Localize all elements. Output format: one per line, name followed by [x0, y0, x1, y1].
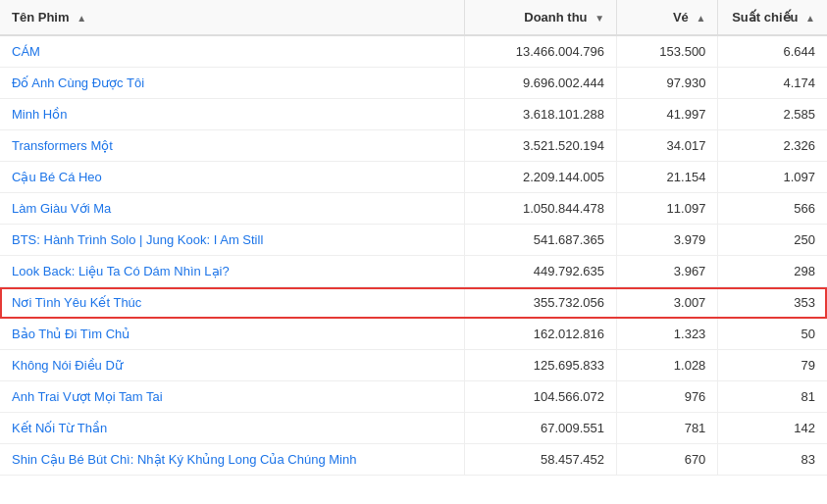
shows-cell: 79	[718, 350, 827, 381]
col-header-revenue[interactable]: Doanh thu ▼	[465, 0, 617, 35]
shows-cell: 83	[718, 444, 827, 476]
shows-cell: 142	[718, 413, 827, 444]
shows-cell: 2.326	[718, 130, 827, 162]
revenue-cell: 3.521.520.194	[465, 130, 617, 162]
col-header-shows[interactable]: Suất chiếu ▲	[718, 0, 827, 35]
movie-name-link[interactable]: Anh Trai Vượt Mọi Tam Tai	[12, 389, 163, 404]
table-row: Không Nói Điều Dữ125.695.8331.02879	[0, 350, 827, 381]
tickets-cell: 1.323	[617, 319, 718, 350]
movie-name-link[interactable]: Transformers Một	[12, 138, 113, 153]
tickets-cell: 97.930	[617, 68, 718, 99]
table-row: Làm Giàu Với Ma1.050.844.47811.097566	[0, 193, 827, 225]
shows-cell: 6.644	[718, 35, 827, 68]
table-row: Cậu Bé Cá Heo2.209.144.00521.1541.097	[0, 162, 827, 193]
revenue-cell: 162.012.816	[465, 319, 617, 350]
revenue-cell: 1.050.844.478	[465, 193, 617, 225]
revenue-cell: 3.618.101.288	[465, 99, 617, 130]
movie-name-link[interactable]: Đố Anh Cùng Được Tôi	[12, 76, 144, 90]
tickets-cell: 781	[617, 413, 718, 444]
shows-cell: 2.585	[718, 99, 827, 130]
movies-table: Tên Phim ▲ Doanh thu ▼ Vé ▲ Suất chiếu ▲…	[0, 0, 827, 476]
tickets-cell: 1.028	[617, 350, 718, 381]
revenue-cell: 58.457.452	[465, 444, 617, 476]
tickets-cell: 3.979	[617, 225, 718, 256]
shows-cell: 566	[718, 193, 827, 225]
sort-icon-name: ▲	[77, 13, 86, 24]
col-tickets-label: Vé	[673, 10, 689, 25]
tickets-cell: 976	[617, 381, 718, 413]
table-row: Minh Hồn3.618.101.28841.9972.585	[0, 99, 827, 130]
table-row: Kết Nối Từ Thần67.009.551781142	[0, 413, 827, 444]
table-row: Shin Cậu Bé Bút Chì: Nhật Ký Khủng Long …	[0, 444, 827, 476]
revenue-cell: 355.732.056	[465, 287, 617, 319]
tickets-cell: 153.500	[617, 35, 718, 68]
shows-cell: 298	[718, 256, 827, 287]
table-row: BTS: Hành Trình Solo | Jung Kook: I Am S…	[0, 225, 827, 256]
tickets-cell: 670	[617, 444, 718, 476]
revenue-cell: 13.466.004.796	[465, 35, 617, 68]
col-header-tickets[interactable]: Vé ▲	[617, 0, 718, 35]
movie-name-link[interactable]: BTS: Hành Trình Solo | Jung Kook: I Am S…	[12, 232, 263, 247]
shows-cell: 1.097	[718, 162, 827, 193]
shows-cell: 353	[718, 287, 827, 319]
table-row: Đố Anh Cùng Được Tôi9.696.002.44497.9304…	[0, 68, 827, 99]
table-row: Transformers Một3.521.520.19434.0172.326	[0, 130, 827, 162]
revenue-cell: 125.695.833	[465, 350, 617, 381]
revenue-cell: 2.209.144.005	[465, 162, 617, 193]
sort-icon-shows: ▲	[805, 13, 815, 24]
movie-name-link[interactable]: Minh Hồn	[12, 107, 67, 122]
col-shows-label: Suất chiếu	[732, 10, 798, 25]
movie-name-link[interactable]: Cậu Bé Cá Heo	[12, 170, 102, 184]
tickets-cell: 34.017	[617, 130, 718, 162]
revenue-cell: 449.792.635	[465, 256, 617, 287]
shows-cell: 4.174	[718, 68, 827, 99]
movie-name-link[interactable]: Shin Cậu Bé Bút Chì: Nhật Ký Khủng Long …	[12, 452, 356, 467]
shows-cell: 81	[718, 381, 827, 413]
tickets-cell: 21.154	[617, 162, 718, 193]
movie-name-link[interactable]: Nơi Tình Yêu Kết Thúc	[12, 295, 141, 310]
movie-name-link[interactable]: Look Back: Liệu Ta Có Dám Nhìn Lại?	[12, 264, 230, 278]
revenue-cell: 104.566.072	[465, 381, 617, 413]
movie-name-link[interactable]: Không Nói Điều Dữ	[12, 358, 123, 373]
movie-name-link[interactable]: CÁM	[12, 44, 40, 59]
revenue-cell: 541.687.365	[465, 225, 617, 256]
tickets-cell: 11.097	[617, 193, 718, 225]
shows-cell: 50	[718, 319, 827, 350]
col-header-name[interactable]: Tên Phim ▲	[0, 0, 465, 35]
sort-icon-revenue: ▼	[594, 13, 604, 24]
col-revenue-label: Doanh thu	[524, 10, 587, 25]
tickets-cell: 41.997	[617, 99, 718, 130]
tickets-cell: 3.007	[617, 287, 718, 319]
movie-name-link[interactable]: Bảo Thủ Đi Tìm Chủ	[12, 327, 129, 341]
col-name-label: Tên Phim	[12, 10, 70, 25]
table-row: Anh Trai Vượt Mọi Tam Tai104.566.0729768…	[0, 381, 827, 413]
table-row: Nơi Tình Yêu Kết Thúc355.732.0563.007353	[0, 287, 827, 319]
movie-name-link[interactable]: Kết Nối Từ Thần	[12, 421, 107, 435]
movie-name-link[interactable]: Làm Giàu Với Ma	[12, 201, 111, 216]
table-row: Look Back: Liệu Ta Có Dám Nhìn Lại?449.7…	[0, 256, 827, 287]
table-row: CÁM13.466.004.796153.5006.644	[0, 35, 827, 68]
tickets-cell: 3.967	[617, 256, 718, 287]
table-row: Bảo Thủ Đi Tìm Chủ162.012.8161.32350	[0, 319, 827, 350]
revenue-cell: 67.009.551	[465, 413, 617, 444]
revenue-cell: 9.696.002.444	[465, 68, 617, 99]
sort-icon-tickets: ▲	[696, 13, 705, 24]
shows-cell: 250	[718, 225, 827, 256]
